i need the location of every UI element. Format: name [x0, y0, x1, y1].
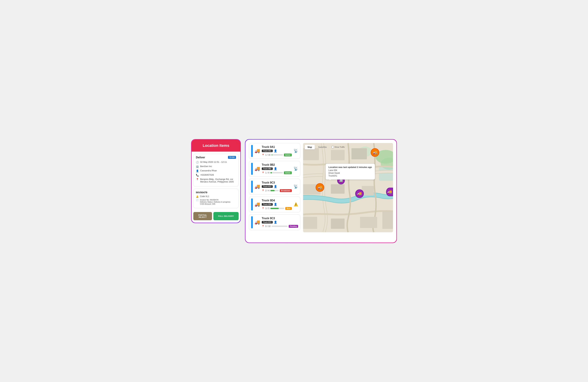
truck-progress-row-0c3-2: 📍 0 / 10 Pending — [262, 225, 298, 228]
right-panel-wrapper: 🚚 Truck 0A1 Truck 0A1 👤 📍 1 / 16 — [245, 139, 397, 243]
status-0c3-1: Breakdown — [280, 189, 292, 192]
deliver-datetime: 02 May 2020 11:51 - 12:11 — [200, 161, 227, 163]
invoice-code-row: 🔔 Code XL1 — [196, 195, 236, 198]
count-0c3-2: 0 / 10 — [265, 225, 271, 228]
truck-icon-0a1: 🚚 — [254, 148, 260, 153]
svg-rect-6 — [331, 150, 345, 160]
progress-bg-0a1 — [272, 154, 283, 156]
truck-name-0b2: Truck 0B2 — [262, 163, 292, 166]
tooltip-truck: Truck0A1 — [329, 175, 372, 177]
driver-avatar-0c3-1: 👤 — [274, 185, 277, 188]
map-marker-purple-c[interactable]: 🚚 — [355, 189, 364, 198]
progress-fill-0d4 — [270, 208, 279, 209]
driver-avatar-0d4: 👤 — [274, 203, 277, 206]
truck-info-0c3-1: Truck 0C3 Truck 0C3 👤 📍 2 / 4 — [262, 181, 292, 192]
right-panel: 🚚 Truck 0A1 Truck 0A1 👤 📍 1 / 16 — [246, 140, 396, 243]
driver-avatar-0c3-2: 👤 — [274, 221, 277, 224]
invoice-code: Code XL1 — [200, 195, 209, 198]
tooltip-title: Location was last updated 2 minutes ago — [329, 166, 372, 169]
svg-rect-14 — [382, 212, 393, 229]
truck-card-0c3-1[interactable]: 🚚 Truck 0C3 Truck 0C3 👤 📍 2 / 4 — [249, 179, 300, 194]
tooltip-lane: Lane 05K — [329, 169, 372, 171]
deliver-phone: +6328457026 — [200, 174, 214, 176]
truck-badge-row-0c3-2: Truck 0C3 👤 — [262, 221, 298, 224]
truck-progress-row-0d4: 📍 3 / 5 Rest — [262, 207, 292, 210]
full-delivery-button[interactable]: FULL DELIVERY — [213, 212, 239, 220]
invoice-section: INV00479 🔔 Code XL1 📄 Invoice No: INV004… — [193, 189, 239, 208]
show-traffic-text: Show Traffic — [335, 146, 345, 148]
svg-rect-4 — [379, 167, 393, 181]
driver-avatar-0b2: 👤 — [274, 167, 277, 170]
progress-bg-0b2 — [270, 172, 283, 173]
breakdown-icon-0c3-1: 📡 — [294, 184, 298, 189]
building-icon: 🏢 — [196, 165, 199, 168]
location-items-title: Location Items — [195, 143, 237, 148]
progress-bg-0c3-2 — [272, 226, 288, 227]
progress-fill-0b2 — [270, 172, 272, 173]
tooltip-driver: Driver David — [329, 172, 372, 174]
truck-info-0c3-2: Truck 0C3 Truck 0C3 👤 📍 0 / 10 — [262, 217, 298, 228]
status-0b2: Active — [284, 171, 292, 174]
pin-icon-0c3-2: 📍 — [262, 225, 264, 228]
truck-badge-0a1: Truck 0A1 — [262, 149, 273, 152]
svg-rect-13 — [360, 217, 377, 228]
location-items-header: Location Items — [192, 140, 240, 152]
truck-card-0b2[interactable]: 🚚 Truck 0B2 Truck 0B2 👤 📍 1 / 8 — [249, 161, 300, 177]
deliver-header: Deliver TO DO — [196, 156, 236, 159]
count-0c3-1: 2 / 4 — [265, 189, 269, 192]
show-traffic-label: Show Traffic — [332, 146, 345, 148]
truck-badge-row-0d4: Truck 0D4 👤 — [262, 203, 292, 206]
truck-bar-0b2 — [251, 163, 253, 175]
truck-list: 🚚 Truck 0A1 Truck 0A1 👤 📍 1 / 16 — [249, 143, 300, 232]
marker-circle-purple-c: 🚚 — [355, 189, 364, 198]
main-container: Location Items Deliver TO DO 🕐 02 May 20… — [191, 139, 397, 243]
invoice-details: Invoice No: INV00479 Delivery Status: De… — [200, 199, 230, 205]
right-content: 🚚 Truck 0A1 Truck 0A1 👤 📍 1 / 16 — [246, 140, 396, 236]
signal-icon-0b2: 📡 — [294, 167, 298, 171]
signal-icon-0a1: 📡 — [294, 149, 298, 153]
marker-circle-orange-tr: 🚚 — [371, 148, 379, 157]
pin-icon-0d4: 📍 — [262, 207, 264, 210]
truck-name-0a1: Truck 0A1 — [262, 146, 292, 149]
progress-fill-0c3-1 — [270, 190, 274, 191]
truck-card-0c3-2[interactable]: 🚚 Truck 0C3 Truck 0C3 👤 📍 0 / 10 — [249, 214, 300, 230]
truck-card-0d4[interactable]: 🚚 Truck 0D4 Truck 0D4 👤 📍 3 / 5 — [249, 197, 300, 212]
truck-badge-0d4: Truck 0D4 — [262, 203, 273, 206]
truck-name-0c3-2: Truck 0C3 — [262, 217, 298, 220]
partial-reject-button[interactable]: PARTIAL REJECT — [193, 212, 212, 220]
truck-info-0b2: Truck 0B2 Truck 0B2 👤 📍 1 / 8 — [262, 163, 292, 174]
marker-circle-orange-ml: 🚚 — [315, 183, 324, 192]
truck-progress-row-0c3-1: 📍 2 / 4 Breakdown — [262, 189, 292, 192]
left-panel-wrapper: Location Items Deliver TO DO 🕐 02 May 20… — [191, 139, 241, 223]
doc-icon: 📄 — [196, 199, 199, 201]
truck-bar-0d4 — [251, 198, 253, 211]
map-controls: Map Satellite Show Traffic — [305, 145, 345, 149]
map-container: Map Satellite Show Traffic — [303, 143, 393, 232]
svg-rect-7 — [352, 148, 367, 159]
svg-rect-11 — [303, 217, 317, 229]
truck-badge-row-0c3-1: Truck 0C3 👤 — [262, 185, 292, 188]
count-0a1: 1 / 16 — [265, 154, 271, 156]
map-marker-orange-tr[interactable]: 🚚 — [371, 148, 379, 157]
truck-bar-0a1 — [251, 145, 253, 157]
show-traffic-checkbox[interactable] — [332, 146, 334, 148]
map-tab-map[interactable]: Map — [305, 145, 315, 149]
truck-icon-0c3-1: 🚚 — [254, 184, 260, 189]
truck-info-0d4: Truck 0D4 Truck 0D4 👤 📍 3 / 5 — [262, 199, 292, 210]
truck-icon-0b2: 🚚 — [254, 166, 260, 171]
pin-icon-0c3-1: 📍 — [262, 189, 264, 192]
truck-info-0a1: Truck 0A1 Truck 0A1 👤 📍 1 / 16 — [262, 146, 292, 156]
todo-badge: TO DO — [228, 156, 236, 159]
truck-badge-0b2: Truck 0B2 — [262, 168, 273, 170]
deliver-person-row: 👤 Cassandra Rhan — [196, 169, 236, 172]
truck-progress-row-0b2: 📍 1 / 8 Active — [262, 171, 292, 174]
truck-bar-0c3-2 — [251, 216, 253, 228]
map-marker-purple-r[interactable]: 🚚 — [386, 188, 393, 196]
action-buttons: PARTIAL REJECT FULL DELIVERY — [192, 210, 240, 223]
deliver-person: Cassandra Rhan — [200, 169, 217, 172]
truck-badge-0c3-1: Truck 0C3 — [262, 185, 273, 188]
map-marker-orange-ml[interactable]: 🚚 — [315, 183, 324, 192]
truck-card-0a1[interactable]: 🚚 Truck 0A1 Truck 0A1 👤 📍 1 / 16 — [249, 143, 300, 159]
deliver-section: Deliver TO DO 🕐 02 May 2020 11:51 - 12:1… — [193, 154, 239, 187]
map-tab-satellite[interactable]: Satellite — [315, 145, 330, 149]
